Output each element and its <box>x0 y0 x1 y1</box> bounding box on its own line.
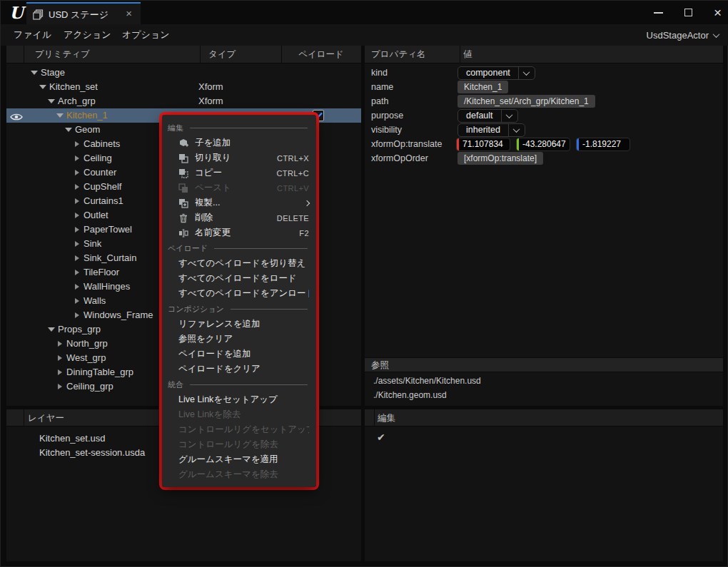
dropdown-value: default <box>458 110 501 122</box>
expand-arrow-icon[interactable] <box>72 151 82 165</box>
menu-file[interactable]: ファイル <box>14 24 51 46</box>
menu-item-label: ペースト <box>195 182 277 194</box>
property-row: xformOp:translate71.107834-43.280647-1.8… <box>365 137 723 151</box>
menu-item[interactable]: リファレンスを追加 <box>162 317 316 332</box>
close-icon[interactable]: × <box>714 6 722 19</box>
expand-arrow-icon[interactable] <box>55 337 65 351</box>
menu-section-title: ペイロード <box>162 240 316 256</box>
tree-row[interactable]: Stage <box>6 66 361 80</box>
paste-icon <box>178 183 188 193</box>
collapse-arrow-icon[interactable] <box>46 322 56 337</box>
expand-arrow-icon[interactable] <box>72 208 82 223</box>
expand-arrow-icon[interactable] <box>72 180 82 194</box>
expand-arrow-icon[interactable] <box>72 308 82 322</box>
translate-x-field[interactable]: 71.107834 <box>456 138 510 151</box>
expand-arrow-icon[interactable] <box>72 265 82 280</box>
actor-selector-dropdown[interactable]: UsdStageActor <box>647 24 719 46</box>
menu-item[interactable]: コピーCTRL+C <box>162 165 316 180</box>
menu-actions[interactable]: アクション <box>64 24 111 46</box>
properties-column-headers: プロパティ名 値 <box>365 46 723 63</box>
menu-item: グルームスキーマを除去 <box>162 467 316 482</box>
expand-arrow-icon[interactable] <box>55 365 65 379</box>
menu-section-title: 編集 <box>162 120 316 136</box>
menu-item[interactable]: すべてのペイロードを切り替え <box>162 256 316 271</box>
minimize-icon[interactable] <box>654 12 663 14</box>
menu-item-label: ペイロードを追加 <box>178 348 309 360</box>
prim-label: CupShelf <box>84 180 121 194</box>
edit-target-checkmark-icon[interactable]: ✔ <box>377 431 385 443</box>
menu-item-label: コントロールリグをセットアップ <box>178 424 309 436</box>
actor-selector-label: UsdStageActor <box>647 30 709 41</box>
collapse-arrow-icon[interactable] <box>64 123 74 137</box>
tree-row[interactable]: Kitchen_setXform <box>6 80 361 94</box>
reference-row[interactable]: ./assets/Kitchen/Kitchen.usd <box>365 374 723 388</box>
menu-item-label: すべてのペイロードをロード <box>178 272 309 285</box>
prim-label: DiningTable_grp <box>66 365 133 379</box>
menu-item[interactable]: 切り取りCTRL+X <box>162 150 316 165</box>
menu-item[interactable]: 複製... <box>162 195 316 210</box>
tab-usd-stage[interactable]: USD ステージ × <box>26 2 141 24</box>
edit-header: 編集 <box>365 409 723 426</box>
unreal-logo-icon: U <box>6 3 26 23</box>
prim-label: Counter <box>84 165 116 180</box>
menu-item-label: 名前変更 <box>195 227 299 239</box>
expand-arrow-icon[interactable] <box>72 237 82 251</box>
menu-item[interactable]: すべてのペイロードをアンロード <box>162 286 316 301</box>
property-name: xformOpOrder <box>371 151 428 165</box>
menu-item-label: 参照をクリア <box>178 333 309 345</box>
tab-close-icon[interactable]: × <box>126 7 132 19</box>
rename-icon <box>178 228 188 238</box>
prim-label: Kitchen_set <box>49 80 98 94</box>
kind-dropdown[interactable]: component <box>457 66 535 80</box>
menu-item-label: 子を追加 <box>195 137 309 149</box>
column-payload: ペイロード <box>281 46 361 63</box>
menu-item[interactable]: 子を追加 <box>162 136 316 150</box>
expand-arrow-icon[interactable] <box>72 294 82 308</box>
expand-arrow-icon[interactable] <box>72 280 82 294</box>
visibility-dropdown[interactable]: inherited <box>457 123 525 137</box>
menu-item[interactable]: 参照をクリア <box>162 332 316 347</box>
window-controls: × <box>654 1 722 24</box>
menu-item[interactable]: 削除DELETE <box>162 210 316 225</box>
layer-edit-panel: 編集 ✔ <box>365 409 723 561</box>
menu-item[interactable]: ペイロードを追加 <box>162 347 316 362</box>
menu-item[interactable]: 名前変更F2 <box>162 225 316 240</box>
collapse-arrow-icon[interactable] <box>55 108 65 123</box>
menu-shortcut: CTRL+C <box>277 169 310 178</box>
menu-options[interactable]: オプション <box>122 24 170 46</box>
menu-item-label: リファレンスを追加 <box>178 318 309 330</box>
prim-label: PaperTowel <box>84 223 132 237</box>
translate-z-field[interactable]: -1.819227 <box>576 138 630 151</box>
expand-arrow-icon[interactable] <box>72 194 82 208</box>
collapse-arrow-icon[interactable] <box>38 80 48 94</box>
axis-color-bar <box>577 138 579 150</box>
edit-header-label: 編集 <box>378 409 395 426</box>
expand-arrow-icon[interactable] <box>55 351 65 365</box>
purpose-dropdown[interactable]: default <box>457 109 518 123</box>
reference-row[interactable]: ./Kitchen.geom.usd <box>365 388 723 402</box>
collapse-arrow-icon[interactable] <box>29 66 39 80</box>
menu-item[interactable]: すべてのペイロードをロード <box>162 271 316 286</box>
expand-arrow-icon[interactable] <box>55 379 65 394</box>
property-row: nameKitchen_1 <box>365 80 723 94</box>
menu-item[interactable]: グルームスキーマを適用 <box>162 452 316 467</box>
expand-arrow-icon[interactable] <box>72 165 82 180</box>
number-value: -43.280647 <box>517 139 566 149</box>
expand-arrow-icon[interactable] <box>72 223 82 237</box>
copy-icon <box>178 168 188 178</box>
menu-item: コントロールリグを除去 <box>162 437 316 452</box>
menu-item-label: コントロールリグを除去 <box>178 439 309 451</box>
expand-arrow-icon[interactable] <box>72 251 82 265</box>
menu-item[interactable]: ペイロードをクリア <box>162 362 316 377</box>
translate-y-field[interactable]: -43.280647 <box>516 138 570 151</box>
collapse-arrow-icon[interactable] <box>46 94 56 108</box>
expand-arrow-icon[interactable] <box>72 137 82 151</box>
dropdown-value: component <box>458 67 518 79</box>
menu-section-title: コンポジション <box>162 301 316 317</box>
menu-shortcut: CTRL+V <box>277 184 309 193</box>
prim-label: Kitchen_1 <box>66 108 108 123</box>
menu-item[interactable]: Live Linkをセットアップ <box>162 392 316 407</box>
maximize-icon[interactable] <box>684 9 692 16</box>
property-row: visibilityinherited <box>365 123 723 137</box>
tree-row[interactable]: Arch_grpXform <box>6 94 361 108</box>
